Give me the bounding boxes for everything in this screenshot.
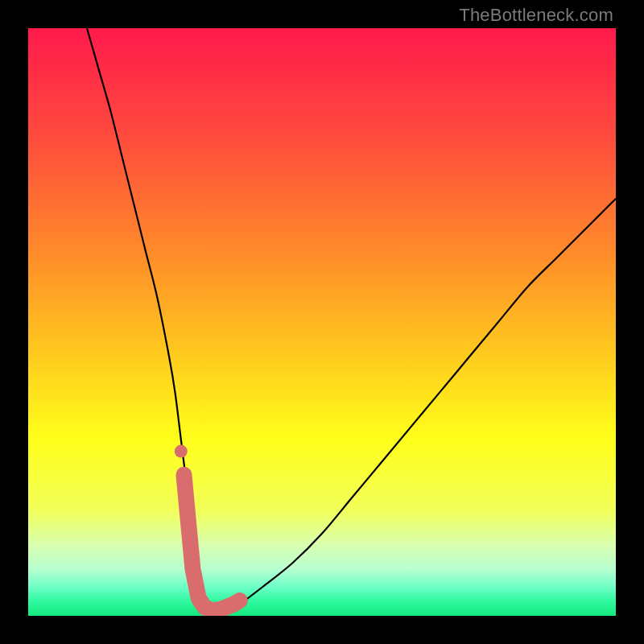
frame: TheBottleneck.com [0, 0, 644, 644]
watermark-text: TheBottleneck.com [459, 5, 613, 26]
plot-area [28, 28, 616, 616]
background-gradient [28, 28, 616, 616]
svg-rect-0 [28, 28, 616, 616]
